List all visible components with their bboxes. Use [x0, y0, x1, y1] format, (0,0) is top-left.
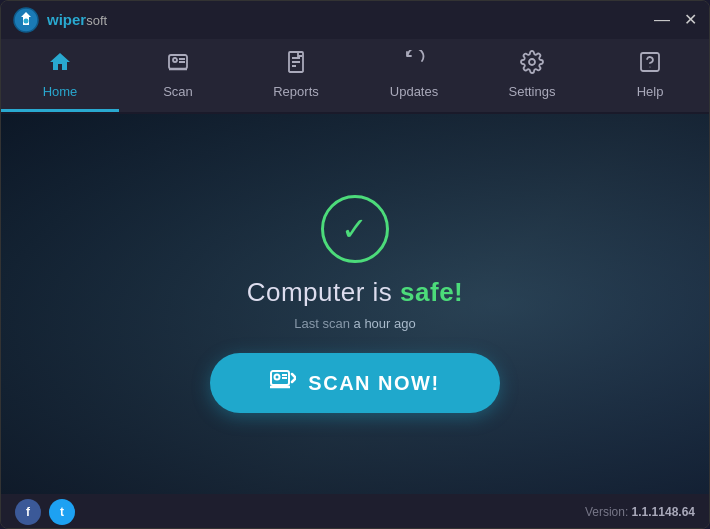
- reports-icon: [284, 50, 308, 78]
- updates-icon: [402, 50, 426, 78]
- nav-item-updates[interactable]: Updates: [355, 39, 473, 112]
- title-bar-controls: — ✕: [654, 12, 697, 28]
- svg-point-13: [650, 66, 651, 67]
- svg-point-3: [173, 58, 177, 62]
- scan-icon: [166, 50, 190, 78]
- main-content: ✓ Computer is safe! Last scan a hour ago: [1, 114, 709, 494]
- scan-button-icon: [270, 369, 296, 397]
- scan-now-button[interactable]: SCAN NOW!: [210, 353, 499, 413]
- nav-label-updates: Updates: [390, 84, 438, 99]
- settings-icon: [520, 50, 544, 78]
- check-mark-icon: ✓: [341, 213, 368, 245]
- nav-item-home[interactable]: Home: [1, 39, 119, 112]
- nav-bar: Home Scan Reports: [1, 39, 709, 114]
- help-icon: [638, 50, 662, 78]
- nav-label-home: Home: [43, 84, 78, 99]
- status-check-circle: ✓: [321, 195, 389, 263]
- status-prefix: Computer is: [247, 277, 400, 307]
- svg-point-16: [275, 375, 280, 380]
- nav-item-scan[interactable]: Scan: [119, 39, 237, 112]
- nav-label-reports: Reports: [273, 84, 319, 99]
- svg-line-20: [292, 378, 296, 382]
- title-bar: wipersoft — ✕: [1, 1, 709, 39]
- svg-point-11: [529, 59, 535, 65]
- twitter-button[interactable]: t: [49, 499, 75, 525]
- minimize-button[interactable]: —: [654, 12, 670, 28]
- svg-point-1: [24, 19, 29, 24]
- last-scan-text: Last scan a hour ago: [294, 316, 415, 331]
- footer: f t Version: 1.1.1148.64: [1, 494, 709, 529]
- nav-label-settings: Settings: [509, 84, 556, 99]
- scan-button-label: SCAN NOW!: [308, 372, 439, 395]
- version-label: Version:: [585, 505, 628, 519]
- nav-label-scan: Scan: [163, 84, 193, 99]
- close-button[interactable]: ✕: [684, 12, 697, 28]
- app-logo-icon: [13, 7, 39, 33]
- nav-item-settings[interactable]: Settings: [473, 39, 591, 112]
- center-content: ✓ Computer is safe! Last scan a hour ago: [210, 195, 499, 413]
- nav-item-reports[interactable]: Reports: [237, 39, 355, 112]
- nav-label-help: Help: [637, 84, 664, 99]
- title-bar-left: wipersoft: [13, 7, 107, 33]
- last-scan-time: a hour ago: [354, 316, 416, 331]
- status-safe: safe!: [400, 277, 463, 307]
- home-icon: [48, 50, 72, 78]
- version-info: Version: 1.1.1148.64: [585, 505, 695, 519]
- status-text: Computer is safe!: [247, 277, 464, 308]
- last-scan-prefix: Last scan: [294, 316, 350, 331]
- social-links: f t: [15, 499, 75, 525]
- version-number: 1.1.1148.64: [632, 505, 695, 519]
- nav-item-help[interactable]: Help: [591, 39, 709, 112]
- svg-rect-12: [641, 53, 659, 71]
- facebook-button[interactable]: f: [15, 499, 41, 525]
- app-title: wipersoft: [47, 11, 107, 29]
